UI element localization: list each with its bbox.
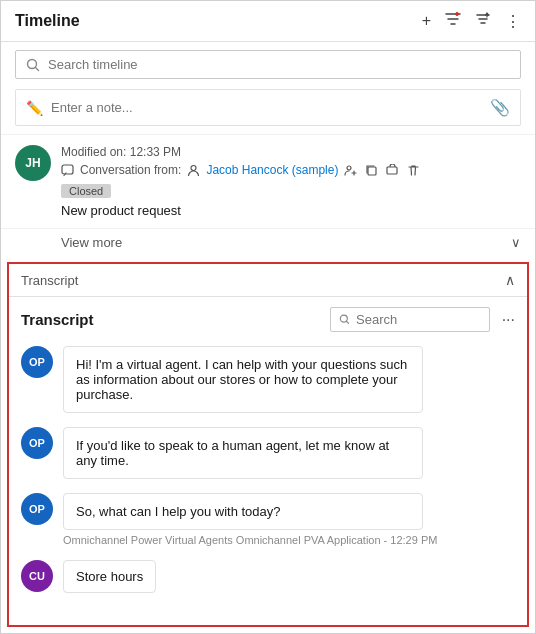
sort-icon[interactable]	[475, 11, 491, 31]
bubble-3: So, what can I help you with today? Omni…	[63, 493, 437, 546]
bubble-text-3: So, what can I help you with today?	[63, 493, 423, 530]
chat-message-2: OP If you'd like to speak to a human age…	[21, 427, 515, 479]
pencil-icon: ✏️	[26, 100, 43, 116]
chevron-down-icon: ∨	[511, 235, 521, 250]
assign-icon[interactable]	[344, 164, 357, 177]
chat-message-1: OP Hi! I'm a virtual agent. I can help w…	[21, 346, 515, 413]
transcript-section-header: Transcript ∧	[9, 264, 527, 297]
transcript-search-input[interactable]	[356, 312, 481, 327]
panel-header: Timeline + ⋮	[1, 1, 535, 42]
svg-rect-2	[62, 165, 73, 174]
bubble-text-2: If you'd like to speak to a human agent,…	[63, 427, 423, 479]
svg-rect-6	[387, 167, 397, 174]
view-more-button[interactable]: View more ∨	[1, 228, 535, 256]
cu-avatar-4: CU	[21, 560, 53, 592]
transcript-more-icon[interactable]: ···	[502, 311, 515, 329]
copy-icon[interactable]	[365, 164, 378, 177]
transcript-content: Transcript ··· OP	[9, 297, 527, 603]
timeline-panel: Timeline + ⋮ ✏️	[0, 0, 536, 634]
entry-row: Conversation from: Jacob Hancock (sample…	[61, 163, 521, 177]
avatar: JH	[15, 145, 51, 181]
transcript-title: Transcript	[21, 311, 94, 328]
entry-meta: Modified on: 12:33 PM	[61, 145, 521, 159]
delete-icon[interactable]	[407, 164, 420, 177]
bubble-text-1: Hi! I'm a virtual agent. I can help with…	[63, 346, 423, 413]
bubble-1: Hi! I'm a virtual agent. I can help with…	[63, 346, 423, 413]
chevron-up-icon[interactable]: ∧	[505, 272, 515, 288]
transcript-search-area: ···	[330, 307, 515, 332]
add-icon[interactable]: +	[422, 12, 431, 30]
op-avatar-2: OP	[21, 427, 53, 459]
note-input[interactable]	[51, 100, 482, 115]
bubble-2: If you'd like to speak to a human agent,…	[63, 427, 423, 479]
transcript-section: Transcript ∧ Transcript ···	[7, 262, 529, 627]
filter-icon[interactable]	[445, 11, 461, 31]
bubble-text-4: Store hours	[63, 560, 156, 593]
transcript-toolbar: Transcript ···	[21, 307, 515, 332]
panel-title: Timeline	[15, 12, 422, 30]
entry-content: Modified on: 12:33 PM Conversation from:…	[61, 145, 521, 218]
transcript-search-box[interactable]	[330, 307, 490, 332]
contact-name[interactable]: Jacob Hancock (sample)	[206, 163, 338, 177]
person-icon	[187, 164, 200, 177]
conversation-label: Conversation from:	[80, 163, 181, 177]
header-icons: + ⋮	[422, 11, 521, 31]
more-options-icon[interactable]: ⋮	[505, 12, 521, 31]
svg-point-3	[191, 165, 196, 170]
status-badge: Closed	[61, 184, 111, 198]
search-icon	[339, 313, 350, 326]
chat-message-3: OP So, what can I help you with today? O…	[21, 493, 515, 546]
search-icon	[26, 58, 40, 72]
bubble-meta-3: Omnichannel Power Virtual Agents Omnicha…	[63, 534, 437, 546]
timeline-entry: JH Modified on: 12:33 PM Conversation fr…	[1, 134, 535, 228]
conversation-icon	[61, 164, 74, 177]
op-avatar-3: OP	[21, 493, 53, 525]
chat-message-4: CU Store hours	[21, 560, 515, 593]
svg-rect-5	[368, 167, 376, 175]
svg-point-0	[456, 13, 459, 16]
entry-title: New product request	[61, 203, 521, 218]
entry-actions	[344, 164, 420, 177]
attachment-icon[interactable]: 📎	[490, 98, 510, 117]
svg-point-4	[347, 166, 351, 170]
bubble-4: Store hours	[63, 560, 156, 593]
chat-messages: OP Hi! I'm a virtual agent. I can help w…	[21, 346, 515, 593]
note-bar[interactable]: ✏️ 📎	[15, 89, 521, 126]
search-bar[interactable]	[15, 50, 521, 79]
link-icon[interactable]	[386, 164, 399, 177]
search-input[interactable]	[48, 57, 510, 72]
op-avatar-1: OP	[21, 346, 53, 378]
transcript-section-label: Transcript	[21, 273, 78, 288]
